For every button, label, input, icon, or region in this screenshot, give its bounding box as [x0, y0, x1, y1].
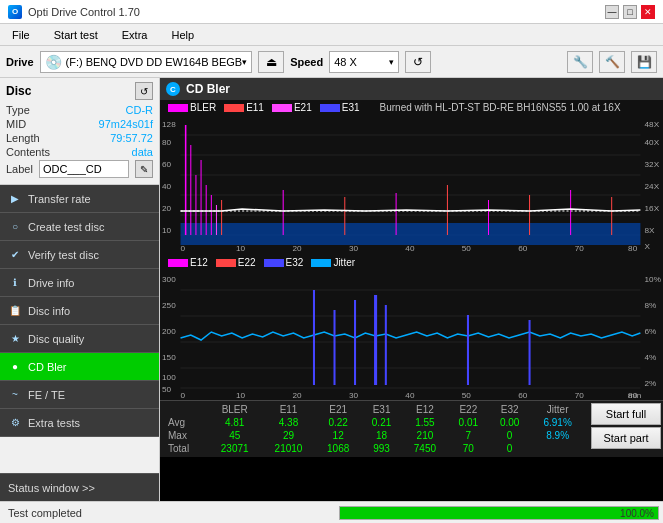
drive-eject-button[interactable]: ⏏: [258, 51, 284, 73]
disc-label-edit-button[interactable]: ✎: [135, 160, 153, 178]
disc-contents-row: Contents data: [6, 146, 153, 158]
total-e11: 21010: [262, 442, 316, 455]
speed-value: 48 X: [334, 56, 357, 68]
nav-drive-info[interactable]: ℹ Drive info: [0, 269, 159, 297]
nav-create-test-disc[interactable]: ○ Create test disc: [0, 213, 159, 241]
max-e21: 12: [315, 429, 360, 442]
svg-text:200: 200: [162, 327, 176, 336]
disc-length-key: Length: [6, 132, 40, 144]
svg-text:0: 0: [181, 244, 186, 253]
svg-text:250: 250: [162, 301, 176, 310]
svg-text:24X: 24X: [645, 182, 660, 191]
svg-text:20: 20: [162, 204, 172, 213]
disc-refresh-button[interactable]: ↺: [135, 82, 153, 100]
drive-dropdown-arrow: ▾: [242, 57, 247, 67]
menu-file[interactable]: File: [8, 27, 34, 43]
drive-bar: Drive 💿 (F:) BENQ DVD DD EW164B BEGB ▾ ⏏…: [0, 46, 663, 78]
nav-transfer-rate[interactable]: ▶ Transfer rate: [0, 185, 159, 213]
legend-e22: E22: [216, 257, 256, 268]
drive-name: (F:) BENQ DVD DD EW164B BEGB: [66, 56, 243, 68]
refresh-button[interactable]: ↺: [405, 51, 431, 73]
col-e22: E22: [448, 403, 489, 416]
legend-e31-color: [320, 104, 340, 112]
legend-e32: E32: [264, 257, 304, 268]
avg-jitter: 6.91%: [530, 416, 585, 429]
avg-e21: 0.22: [315, 416, 360, 429]
save-button[interactable]: 💾: [631, 51, 657, 73]
nav-verify-test-disc[interactable]: ✔ Verify test disc: [0, 241, 159, 269]
top-chart-svg: 128 80 60 40 20 10 48X 40X 32X 24X 16X 8…: [160, 115, 663, 255]
nav-disc-info[interactable]: 📋 Disc info: [0, 297, 159, 325]
svg-text:150: 150: [162, 353, 176, 362]
svg-text:6%: 6%: [645, 327, 657, 336]
menu-start-test[interactable]: Start test: [50, 27, 102, 43]
data-table-section: BLER E11 E21 E31 E12 E22 E32 Jitter Avg: [160, 400, 663, 457]
total-e31: 993: [361, 442, 402, 455]
nav-transfer-rate-label: Transfer rate: [28, 193, 91, 205]
close-button[interactable]: ✕: [641, 5, 655, 19]
svg-text:70: 70: [575, 244, 585, 253]
total-e32: 0: [489, 442, 530, 455]
svg-text:80: 80: [162, 138, 172, 147]
title-bar: O Opti Drive Control 1.70 — □ ✕: [0, 0, 663, 24]
nav-fe-te[interactable]: ~ FE / TE: [0, 381, 159, 409]
app-icon: O: [8, 5, 22, 19]
svg-text:128: 128: [162, 120, 176, 129]
nav-disc-quality[interactable]: ★ Disc quality: [0, 325, 159, 353]
create-test-disc-icon: ○: [8, 220, 22, 234]
legend-jitter: Jitter: [311, 257, 355, 268]
svg-text:8%: 8%: [645, 301, 657, 310]
max-e11: 29: [262, 429, 316, 442]
svg-text:80: 80: [628, 244, 638, 253]
maximize-button[interactable]: □: [623, 5, 637, 19]
status-text: Test completed: [0, 507, 335, 519]
speed-dropdown-arrow: ▾: [389, 57, 394, 67]
svg-text:60: 60: [518, 391, 528, 400]
disc-contents-key: Contents: [6, 146, 50, 158]
menu-bar: File Start test Extra Help: [0, 24, 663, 46]
status-window-button[interactable]: Status window >>: [0, 473, 159, 501]
speed-select[interactable]: 48 X ▾: [329, 51, 399, 73]
title-bar-left: O Opti Drive Control 1.70: [8, 5, 140, 19]
disc-label-key: Label: [6, 163, 33, 175]
svg-text:48X: 48X: [645, 120, 660, 129]
menu-help[interactable]: Help: [167, 27, 198, 43]
disc-mid-key: MID: [6, 118, 26, 130]
svg-text:10%: 10%: [645, 275, 661, 284]
nav-disc-quality-label: Disc quality: [28, 333, 84, 345]
max-e31: 18: [361, 429, 402, 442]
nav-cd-bler[interactable]: ● CD Bler: [0, 353, 159, 381]
legend-jitter-color: [311, 259, 331, 267]
disc-label-input[interactable]: [39, 160, 129, 178]
col-e32: E32: [489, 403, 530, 416]
nav-extra-tests[interactable]: ⚙ Extra tests: [0, 409, 159, 437]
progress-bar-fill: [340, 507, 659, 519]
legend-e12-color: [168, 259, 188, 267]
top-legend: BLER E11 E21 E31 Burned with HL-DT-ST BD…: [160, 100, 663, 115]
menu-extra[interactable]: Extra: [118, 27, 152, 43]
legend-e31: E31: [320, 102, 360, 113]
start-full-button[interactable]: Start full: [591, 403, 661, 425]
settings-button2[interactable]: 🔨: [599, 51, 625, 73]
svg-text:10: 10: [236, 391, 246, 400]
left-panel: Disc ↺ Type CD-R MID 97m24s01f Length 79…: [0, 78, 160, 501]
legend-e32-label: E32: [286, 257, 304, 268]
col-bler: BLER: [208, 403, 262, 416]
bottom-chart-svg: 300 250 200 150 100 50 10% 8% 6% 4% 2%: [160, 270, 663, 400]
legend-jitter-label: Jitter: [333, 257, 355, 268]
col-jitter: Jitter: [530, 403, 585, 416]
avg-bler: 4.81: [208, 416, 262, 429]
drive-label: Drive: [6, 56, 34, 68]
chart-header: C CD Bler: [160, 78, 663, 100]
minimize-button[interactable]: —: [605, 5, 619, 19]
top-chart: 128 80 60 40 20 10 48X 40X 32X 24X 16X 8…: [160, 115, 663, 255]
main-content: Disc ↺ Type CD-R MID 97m24s01f Length 79…: [0, 78, 663, 501]
start-part-button[interactable]: Start part: [591, 427, 661, 449]
svg-text:10: 10: [236, 244, 246, 253]
settings-button1[interactable]: 🔧: [567, 51, 593, 73]
svg-text:10: 10: [162, 226, 172, 235]
col-e31: E31: [361, 403, 402, 416]
drive-select[interactable]: 💿 (F:) BENQ DVD DD EW164B BEGB ▾: [40, 51, 253, 73]
max-jitter: 8.9%: [530, 429, 585, 442]
svg-text:20: 20: [292, 244, 302, 253]
